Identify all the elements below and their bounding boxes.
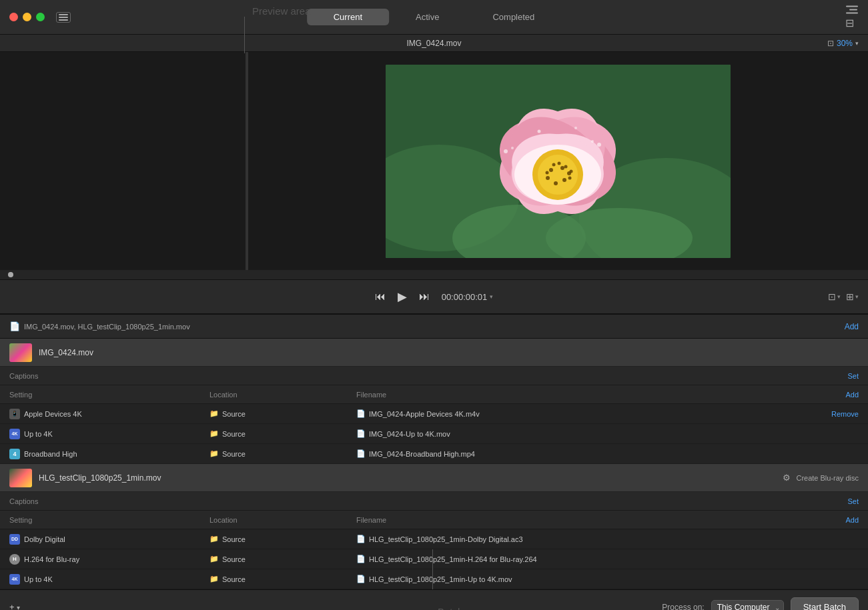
folder-icon-2-3: 📁	[209, 575, 219, 583]
playback-right-controls: ⊡ ▾ ⊞ ▾	[828, 291, 859, 302]
clip-1-setting-row-1[interactable]: 📱 Apple Devices 4K 📁 Source 📄 IMG_0424-A…	[0, 404, 868, 424]
playhead-indicator	[8, 272, 13, 277]
clip-1-captions-label: Captions	[9, 372, 38, 380]
svg-point-24	[558, 161, 561, 165]
col-add-header-2: Add	[805, 515, 859, 525]
clip-1-thumb-image	[9, 343, 32, 362]
clip-2-setting-row-3[interactable]: 4K Up to 4K 📁 Source 📄 HLG_testClip_1080…	[0, 569, 868, 589]
col-filename-header-2: Filename	[356, 516, 805, 524]
clip-2-location-3-cell: 📁 Source	[209, 575, 356, 583]
add-source-button[interactable]: + ▾	[9, 602, 20, 610]
window-controls	[0, 12, 71, 23]
titlebar: Current Active Completed ⊟	[0, 0, 868, 35]
svg-point-27	[568, 176, 572, 179]
skip-to-end-button[interactable]: ⏭	[419, 291, 430, 303]
clip-2-captions-set-button[interactable]: Set	[847, 497, 859, 505]
clip-1-setting-1-cell: 📱 Apple Devices 4K	[9, 409, 209, 419]
clip-1-setting-row-2[interactable]: 4K Up to 4K 📁 Source 📄 IMG_0424-Up to 4K…	[0, 424, 868, 444]
minimize-button[interactable]	[23, 13, 31, 21]
clip-1-setting-2-name: Up to 4K	[24, 430, 53, 438]
clip-2-captions-row: Captions Set	[0, 492, 868, 511]
file-icon-2-3: 📄	[356, 575, 366, 583]
tab-completed[interactable]: Completed	[466, 9, 561, 25]
output-chevron-icon: ▾	[855, 293, 859, 300]
split-handle[interactable]	[246, 52, 248, 270]
svg-point-26	[570, 169, 573, 173]
svg-point-28	[504, 149, 508, 153]
file-icon-1-2: 📄	[356, 429, 366, 438]
clip-2-add-setting-button[interactable]: Add	[845, 516, 859, 524]
col-filename-header-1: Filename	[356, 391, 805, 399]
folder-icon-2-2: 📁	[209, 555, 219, 563]
sidebar-toggle-button[interactable]	[56, 12, 71, 23]
clip-2-location-2: Source	[222, 555, 246, 563]
clip-2-thumbnail	[9, 469, 32, 487]
clip-1-name: IMG_0424.mov	[39, 348, 93, 357]
timecode-display[interactable]: 00:00:00:01 ▾	[442, 292, 494, 302]
preview-content	[0, 52, 868, 270]
clip-2-setting-row-2[interactable]: H H.264 for Blu-ray 📁 Source 📄 HLG_testC…	[0, 549, 868, 569]
svg-point-25	[564, 165, 568, 168]
svg-point-32	[538, 129, 541, 133]
preview-section: IMG_0424.mov ⊡ 30% ▾	[0, 35, 868, 315]
clip-1-thumbnail	[9, 343, 32, 362]
tab-current[interactable]: Current	[307, 9, 389, 25]
tab-active[interactable]: Active	[389, 9, 466, 25]
batch-files-header: 📄 IMG_0424.mov, HLG_testClip_1080p25_1mi…	[0, 315, 868, 339]
bottom-right-controls: Process on: This Computer Start Batch	[662, 597, 859, 610]
clip-2-filename-3-cell: 📄 HLG_testClip_1080p25_1min-Up to 4K.mov	[356, 575, 805, 583]
up-to-4k-icon-2: 4K	[9, 574, 20, 585]
clip-2-filename-2: HLG_testClip_1080p25_1min-H.264 for Blu-…	[369, 555, 537, 563]
batch-files-title: 📄 IMG_0424.mov, HLG_testClip_1080p25_1mi…	[9, 321, 190, 331]
preview-video-frame	[386, 65, 731, 258]
close-button[interactable]	[9, 13, 18, 21]
broadband-icon: 4	[9, 449, 20, 459]
settings-button[interactable]: ⊟	[845, 5, 859, 29]
file-icon-1-1: 📄	[356, 409, 366, 418]
svg-point-29	[511, 147, 514, 149]
bottom-left-controls: + ▾	[9, 602, 20, 610]
clip-1-location-1: Source	[222, 410, 246, 418]
preview-left-panel	[0, 52, 248, 270]
scrubber-bar[interactable]	[0, 270, 868, 279]
clip-1-captions-set-button[interactable]: Set	[847, 372, 859, 380]
clip-1-filename-1-cell: 📄 IMG_0424-Apple Devices 4K.m4v	[356, 409, 805, 418]
bottom-bar: + ▾ Process on: This Computer Start Batc…	[0, 589, 868, 610]
folder-icon-1-1: 📁	[209, 409, 219, 418]
clip-1-setting-1-name: Apple Devices 4K	[24, 410, 82, 418]
in-out-button[interactable]: ⊡ ▾	[828, 291, 841, 302]
clip-1-setting-row-3[interactable]: 4 Broadband High 📁 Source 📄 IMG_0424-Bro…	[0, 444, 868, 464]
add-chevron-icon: ▾	[17, 602, 20, 610]
clip-1-location-1-cell: 📁 Source	[209, 409, 356, 418]
output-icon: ⊞	[846, 291, 854, 302]
playback-controls: ⏮ ▶ ⏭ 00:00:00:01 ▾ ⊡ ▾ ⊞ ▾	[0, 279, 868, 314]
flower-svg	[386, 65, 731, 258]
output-button[interactable]: ⊞ ▾	[846, 291, 859, 302]
clip-2-filename-1: HLG_testClip_1080p25_1min-Dolby Digital.…	[369, 535, 523, 543]
up-to-4k-icon: 4K	[9, 429, 20, 439]
zoom-chevron-icon: ▾	[855, 40, 859, 47]
sidebar-toggle-icon	[59, 14, 68, 21]
clip-1-add-setting-button[interactable]: Add	[845, 391, 859, 399]
apple-devices-icon: 📱	[9, 409, 20, 419]
skip-to-start-button[interactable]: ⏮	[375, 291, 386, 303]
svg-point-23	[552, 163, 556, 166]
process-on-select[interactable]: This Computer	[711, 600, 784, 611]
clip-2-filename-1-cell: 📄 HLG_testClip_1080p25_1min-Dolby Digita…	[356, 535, 805, 543]
batch-add-button[interactable]: Add	[845, 322, 859, 331]
clip-2-setting-1-cell: DD Dolby Digital	[9, 534, 209, 545]
svg-point-21	[546, 176, 550, 180]
col-setting-header-2: Setting	[9, 516, 209, 524]
dolby-icon: DD	[9, 534, 20, 545]
zoom-control[interactable]: ⊡ 30% ▾	[827, 39, 859, 48]
clip-1-filename-3-cell: 📄 IMG_0424-Broadband High.mp4	[356, 449, 805, 458]
clip-1-remove-1-button[interactable]: Remove	[805, 410, 859, 418]
timecode-chevron-icon: ▾	[490, 293, 493, 300]
clip-2-setting-row-1[interactable]: DD Dolby Digital 📁 Source 📄 HLG_testClip…	[0, 529, 868, 549]
start-batch-button[interactable]: Start Batch	[791, 597, 859, 610]
clip-2-location-3: Source	[222, 575, 246, 583]
clip-1-setting-2-cell: 4K Up to 4K	[9, 429, 209, 439]
clip-2-setting-1-name: Dolby Digital	[24, 535, 65, 543]
maximize-button[interactable]	[36, 13, 45, 21]
play-button[interactable]: ▶	[398, 289, 407, 304]
